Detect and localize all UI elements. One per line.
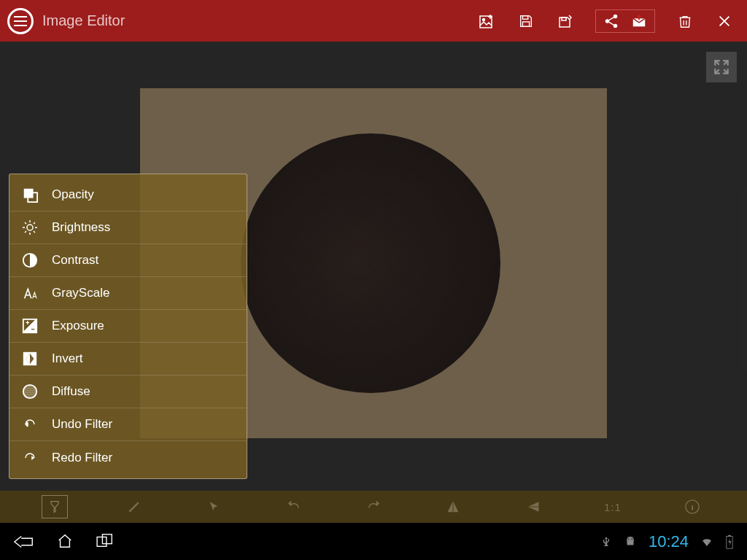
app-header: Image Editor [0,0,747,42]
bottom-toolbar: 1:1 [0,491,747,523]
svg-rect-2 [522,15,527,19]
select-tool-button[interactable] [201,495,227,518]
status-bar-right: 10:24 [600,532,734,551]
flip-vertical-button[interactable] [440,495,466,518]
undo-icon [21,416,39,433]
menu-item-undo-filter[interactable]: Undo Filter [9,408,247,441]
svg-rect-17 [97,537,107,546]
menu-item-label: GrayScale [52,286,109,300]
svg-rect-18 [102,534,112,543]
usb-icon [600,534,612,549]
android-icon [622,535,638,548]
battery-charging-icon [725,534,734,549]
info-button[interactable] [679,495,705,518]
svg-point-5 [614,14,618,18]
menu-item-diffuse[interactable]: Diffuse [9,376,247,408]
menu-item-label: Contrast [52,253,98,268]
undo-button[interactable] [281,495,307,518]
menu-item-label: Undo Filter [52,417,112,432]
redo-icon [21,449,39,467]
svg-point-19 [628,538,630,540]
menu-item-grayscale[interactable]: GrayScale [9,277,247,310]
svg-point-1 [483,18,485,20]
invert-icon [21,350,39,368]
hamburger-menu-button[interactable] [7,8,34,34]
draw-tool-button[interactable] [121,495,147,518]
delete-icon[interactable] [676,12,694,31]
fullscreen-button[interactable] [706,52,737,82]
menu-item-label: Opacity [52,187,94,202]
filter-tool-button[interactable] [42,495,68,518]
menu-item-brightness[interactable]: Brightness [9,211,247,244]
exposure-icon [21,317,39,335]
flip-horizontal-button[interactable] [520,495,546,518]
add-image-icon[interactable] [477,12,496,31]
wifi-icon [699,535,715,548]
svg-rect-3 [522,21,529,26]
menu-item-contrast[interactable]: Contrast [9,244,247,277]
menu-item-invert[interactable]: Invert [9,343,247,376]
image-content [241,133,500,393]
save-as-icon[interactable] [556,12,575,31]
svg-rect-21 [627,540,633,545]
svg-point-20 [631,538,632,540]
clock-time: 10:24 [649,532,689,551]
header-actions [477,9,740,33]
grayscale-icon [21,284,39,302]
redo-button[interactable] [360,495,387,518]
app-title: Image Editor [42,12,468,29]
close-icon[interactable] [715,12,734,31]
svg-point-7 [614,23,618,27]
svg-rect-23 [728,534,730,536]
menu-item-redo-filter[interactable]: Redo Filter [9,441,247,474]
home-button[interactable] [55,533,74,551]
brightness-icon [21,219,39,236]
menu-item-label: Exposure [52,319,104,333]
android-nav-bar: 10:24 [0,523,747,560]
contrast-icon [21,252,39,269]
opacity-icon [21,186,39,203]
share-group [595,9,655,33]
menu-item-label: Brightness [52,220,110,235]
svg-point-10 [27,225,33,230]
back-button[interactable] [13,533,35,551]
diffuse-icon [21,383,39,400]
menu-item-exposure[interactable]: Exposure [9,310,247,343]
menu-item-label: Redo Filter [52,451,112,465]
svg-rect-4 [562,18,566,20]
share-icon[interactable] [602,12,621,31]
email-icon[interactable] [630,12,649,31]
menu-item-label: Invert [52,351,83,366]
aspect-ratio-button[interactable]: 1:1 [600,495,626,518]
filter-menu-panel: Opacity Brightness Contrast GrayScale Ex… [9,174,247,479]
menu-item-opacity[interactable]: Opacity [9,179,247,211]
recent-apps-button[interactable] [95,533,117,551]
menu-item-label: Diffuse [52,384,90,399]
save-icon[interactable] [516,12,535,31]
svg-rect-22 [727,536,732,548]
svg-point-6 [605,19,610,23]
